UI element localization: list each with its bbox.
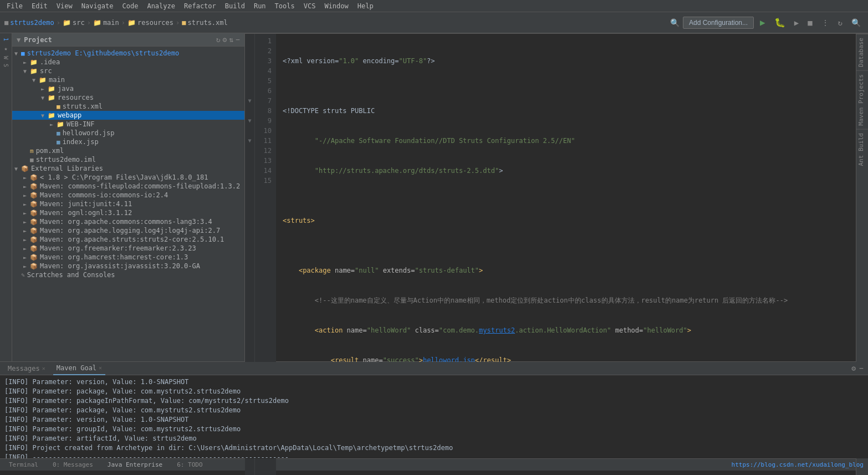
favorites-icon[interactable]: ★ <box>2 43 10 54</box>
project-icon[interactable]: 1 <box>2 35 10 43</box>
tree-item-struts-xml[interactable]: ■ struts.xml <box>12 102 244 111</box>
breadcrumb-resources[interactable]: 📁 resources <box>127 19 173 27</box>
log-line-8: [INFO] ---------------------------------… <box>4 453 864 458</box>
bottom-tab-messages[interactable]: Messages ✕ <box>4 362 49 375</box>
tree-item-mvn7[interactable]: ► 📦 Maven: org.apache.struts:struts2-cor… <box>12 235 244 244</box>
tree-item-src[interactable]: ▼ 📁 src <box>12 67 244 75</box>
log-line-3: [INFO] Parameter: package, Value: com.my… <box>4 406 864 415</box>
bottom-close-icon[interactable]: − <box>859 364 864 372</box>
fold-struts[interactable]: ▼ <box>245 96 254 106</box>
tree-item-main[interactable]: ▼ 📁 main <box>12 75 244 84</box>
left-sidebar-icons: 1 ★ W S <box>0 33 12 361</box>
log-line-4: [INFO] Parameter: version, Value: 1.0-SN… <box>4 415 864 425</box>
search-icon[interactable]: 🔍 <box>670 18 680 27</box>
log-line-6: [INFO] Parameter: artifactId, Value: str… <box>4 434 864 443</box>
update-icon[interactable]: ↻ <box>835 17 845 28</box>
tree-item-mvn10[interactable]: ► 📦 Maven: org.javassist:javassist:3.20.… <box>12 262 244 270</box>
breadcrumb-main[interactable]: 📁 main <box>93 19 119 27</box>
tree-item-helloword-jsp[interactable]: ■ helloword.jsp <box>12 129 244 137</box>
tree-item-mvn2[interactable]: ► 📦 Maven: commons-io:commons-io:2.4 <box>12 191 244 200</box>
messages-tab[interactable]: 0: Messages <box>48 459 98 471</box>
project-dropdown-icon[interactable]: ▼ <box>17 36 21 44</box>
sync-icon[interactable]: ↻ <box>216 35 221 44</box>
menu-item-edit[interactable]: Edit <box>27 1 52 11</box>
log-line-2: [INFO] Parameter: packageInPathFormat, V… <box>4 396 864 406</box>
menu-item-help[interactable]: Help <box>353 1 378 11</box>
menu-item-analyze[interactable]: Analyze <box>142 1 180 11</box>
bottom-tab-messages-close[interactable]: ✕ <box>42 365 45 371</box>
tree-item-webapp[interactable]: ▼ 📁 webapp <box>12 111 244 120</box>
run-with-coverage-icon[interactable]: ▶ <box>792 17 801 28</box>
toolbar-search-icon[interactable]: 🔍 <box>849 17 864 28</box>
add-configuration-button[interactable]: Add Configuration... <box>683 17 754 29</box>
more-options-icon[interactable]: ⋮ <box>819 17 832 28</box>
java-enterprise-tab[interactable]: Java Enterprise <box>103 459 167 471</box>
tree-item-mvn5[interactable]: ► 📦 Maven: org.apache.commons:commons-la… <box>12 217 244 226</box>
settings-icon[interactable]: ⚙ <box>223 35 227 44</box>
tree-item-external-libs[interactable]: ▼ 📦 External Libraries <box>12 164 244 173</box>
terminal-tab[interactable]: Terminal <box>4 459 43 471</box>
project-panel: ▼ Project ↻ ⚙ ⇅ − ▼ ■ strtus2demo E:\git… <box>12 33 245 361</box>
bottom-panel: Messages ✕ Maven Goal ✕ ⚙ − [INFO] Param… <box>0 361 868 458</box>
bottom-panel-icons: ⚙ − <box>851 364 864 372</box>
status-bar-left: Terminal 0: Messages Java Enterprise 6: … <box>4 459 207 471</box>
toolbar: ■ strtus2demo › 📁 src › 📁 main › 📁 resou… <box>0 12 868 33</box>
tree-item-mvn4[interactable]: ► 📦 Maven: ognl:ognl:3.1.12 <box>12 208 244 217</box>
tree-item-webinf[interactable]: ► 📁 WEB-INF <box>12 120 244 129</box>
web-icon[interactable]: W <box>2 54 10 62</box>
tree-item-pom-xml[interactable]: m pom.xml <box>12 146 244 155</box>
breadcrumb-src[interactable]: 📁 src <box>63 19 85 27</box>
build-icon[interactable]: ■ <box>805 17 815 28</box>
minimize-icon[interactable]: − <box>236 35 240 44</box>
todo-tab[interactable]: 6: TODO <box>172 459 207 471</box>
structure-icon[interactable]: S <box>2 62 10 69</box>
menu-item-run[interactable]: Run <box>249 1 270 11</box>
log-line-1: [INFO] Parameter: package, Value: com.my… <box>4 387 864 396</box>
tree-item-iml[interactable]: ■ strtus2demo.iml <box>12 155 244 164</box>
log-line-5: [INFO] Parameter: groupId, Value: com.my… <box>4 425 864 434</box>
tree-item-jdk[interactable]: ► 📦 < 1.8 > C:\Program Files\Java\jdk1.8… <box>12 173 244 182</box>
fold-package[interactable]: ▼ <box>245 116 254 126</box>
log-line-7: [INFO] Project created from Archetype in… <box>4 443 864 453</box>
tree-item-mvn8[interactable]: ► 📦 Maven: org.freemarker:freemarker:2.3… <box>12 244 244 253</box>
log-line-0: [INFO] Parameter: version, Value: 1.0-SN… <box>4 377 864 387</box>
fold-action[interactable]: ▼ <box>245 136 254 146</box>
bottom-tab-mavengoal[interactable]: Maven Goal ✕ <box>53 362 105 375</box>
main-area: 1 ★ W S ▼ Project ↻ ⚙ ⇅ − ▼ ■ strtus2dem… <box>0 33 868 361</box>
status-bar-right[interactable]: https://blog.csdn.net/xudailong_blog <box>732 461 864 468</box>
tree-item-java[interactable]: ► 📁 java <box>12 84 244 93</box>
run-icon[interactable]: ▶ <box>757 16 768 29</box>
project-header-icons: ↻ ⚙ ⇅ − <box>216 35 240 44</box>
maven-panel-toggle[interactable]: Maven Projects <box>856 70 869 129</box>
tree-item-root[interactable]: ▼ ■ strtus2demo E:\githubdemos\strtus2de… <box>12 49 244 58</box>
tree-item-index-jsp[interactable]: ■ index.jsp <box>12 137 244 146</box>
menu-item-vcs[interactable]: VCS <box>299 1 320 11</box>
tree-item-idea[interactable]: ► 📁 .idea <box>12 58 244 67</box>
breadcrumb-file[interactable]: ■ struts.xml <box>182 19 227 27</box>
editor-wrapper: ■ strtus2demo ✕ ■ web.xml ✕ ■ HelloWordA… <box>245 33 868 361</box>
bottom-tab-mavengoal-close[interactable]: ✕ <box>99 365 102 371</box>
menu-item-view[interactable]: View <box>52 1 77 11</box>
project-title: Project <box>24 36 52 44</box>
menu-item-code[interactable]: Code <box>118 1 143 11</box>
menu-item-file[interactable]: File <box>2 1 27 11</box>
expand-icon[interactable]: ⇅ <box>229 35 233 44</box>
tree-item-mvn6[interactable]: ► 📦 Maven: org.apache.logging.log4j:log4… <box>12 226 244 235</box>
menu-item-window[interactable]: Window <box>320 1 353 11</box>
tree-item-resources[interactable]: ▼ 📁 resources <box>12 93 244 102</box>
tree-item-mvn9[interactable]: ► 📦 Maven: org.hamcrest:hamcrest-core:1.… <box>12 253 244 262</box>
tree-item-mvn1[interactable]: ► 📦 Maven: commons-fileupload:commons-fi… <box>12 182 244 191</box>
tree-item-scratches[interactable]: ✎ Scratches and Consoles <box>12 270 244 279</box>
menu-item-build[interactable]: Build <box>221 1 249 11</box>
ant-panel-toggle[interactable]: Ant Build <box>856 129 869 170</box>
breadcrumb-project[interactable]: ■ strtus2demo <box>4 19 54 27</box>
breadcrumb: ■ strtus2demo › 📁 src › 📁 main › 📁 resou… <box>4 19 228 27</box>
database-panel-toggle[interactable]: Database <box>856 34 869 70</box>
tree-item-mvn3[interactable]: ► 📦 Maven: junit:junit:4.11 <box>12 200 244 208</box>
menu-item-refactor[interactable]: Refactor <box>180 1 221 11</box>
menu-item-navigate[interactable]: Navigate <box>77 1 118 11</box>
bottom-settings-icon[interactable]: ⚙ <box>851 364 856 372</box>
menu-item-tools[interactable]: Tools <box>270 1 299 11</box>
bottom-tabs: Messages ✕ Maven Goal ✕ ⚙ − <box>0 362 868 375</box>
debug-icon[interactable]: 🐛 <box>772 16 788 29</box>
